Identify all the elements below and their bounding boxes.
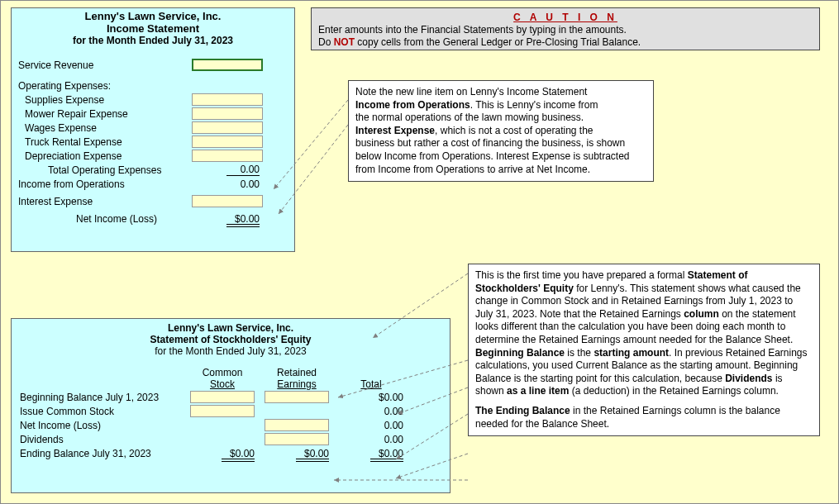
- note-income-l5: business but rather a cost of financing …: [355, 137, 646, 150]
- value-ending-retained: $0.00: [296, 448, 329, 459]
- label-income-from-operations: Income from Operations: [18, 178, 192, 190]
- label-net-income: Net Income (Loss): [18, 213, 192, 225]
- note-income-l6: below Income from Operations. Interest E…: [355, 150, 646, 164]
- caution-line2-pre: Do: [318, 36, 334, 48]
- note-stockholders-equity: This is the first time you have prepared…: [468, 264, 820, 436]
- note-income-from-operations: Note the new line item on Lenny's Income…: [348, 80, 654, 182]
- note-income-l3: the normal operations of the lawn mowing…: [355, 112, 646, 125]
- caution-line2-post: copy cells from the General Ledger or Pr…: [355, 36, 641, 48]
- input-issue-common-stock[interactable]: [190, 405, 255, 417]
- eq-company-name: Lenny's Lawn Service, Inc.: [12, 322, 450, 334]
- note-income-l1: Note the new line item on Lenny's Income…: [355, 86, 646, 99]
- is-period: for the Month Ended July 31, 2023: [12, 35, 294, 46]
- input-wages-expense[interactable]: [192, 121, 263, 134]
- input-truck-rental-expense[interactable]: [192, 136, 263, 148]
- note-income-l4b: , which is not a cost of operating the: [435, 125, 593, 136]
- equity-column-headers: Common Stock Retained Earnings Total: [20, 367, 441, 390]
- value-beginning-total: $0.00: [334, 392, 408, 403]
- row-ending-balance: Ending Balance July 31, 2023 $0.00 $0.00…: [20, 446, 441, 460]
- label-supplies-expense: Supplies Expense: [18, 94, 192, 106]
- row-beginning-balance: Beginning Balance July 1, 2023 $0.00: [20, 390, 441, 404]
- note-income-l4: Interest Expense, which is not a cost of…: [355, 125, 646, 138]
- is-company-name: Lenny's Lawn Service, Inc.: [12, 10, 294, 22]
- row-issue-common-stock: Issue Common Stock 0.00: [20, 404, 441, 418]
- input-supplies-expense[interactable]: [192, 93, 263, 106]
- is-statement-name: Income Statement: [12, 22, 294, 35]
- value-net-income: $0.00: [226, 213, 260, 225]
- input-mower-repair-expense[interactable]: [192, 107, 263, 120]
- value-net-income-total: 0.00: [334, 420, 408, 431]
- worksheet-canvas: Lenny's Lawn Service, Inc. Income Statem…: [0, 0, 839, 504]
- caution-not: NOT: [334, 36, 355, 48]
- input-beginning-common-stock[interactable]: [190, 391, 255, 403]
- value-ending-total: $0.00: [370, 448, 403, 459]
- caution-panel: C A U T I O N Enter amounts into the Fin…: [311, 7, 820, 50]
- input-net-income-retained[interactable]: [265, 419, 329, 431]
- label-beginning-balance: Beginning Balance July 1, 2023: [20, 392, 185, 403]
- label-depreciation-expense: Depreciation Expense: [18, 150, 192, 162]
- input-depreciation-expense[interactable]: [192, 150, 263, 162]
- label-total-operating-expenses: Total Operating Expenses: [18, 164, 192, 176]
- note-income-l7: from Income from Operations to arrive at…: [355, 164, 646, 177]
- ne-p1g: is the: [565, 347, 593, 359]
- col-common-stock: Common Stock: [185, 367, 260, 390]
- caution-line2: Do NOT copy cells from the General Ledge…: [318, 36, 813, 49]
- eq-period: for the Month Ended July 31, 2023: [12, 345, 450, 357]
- equity-header: Lenny's Lawn Service, Inc. Statement of …: [12, 319, 450, 357]
- input-service-revenue[interactable]: [192, 59, 263, 71]
- caution-line1: Enter amounts into the Financial Stateme…: [318, 24, 813, 36]
- ne-p1a: This is the first time you have prepared…: [475, 269, 688, 281]
- value-dividends-total: 0.00: [334, 434, 408, 445]
- label-issue-common-stock: Issue Common Stock: [20, 406, 185, 417]
- note-income-l4a: Interest Expense: [355, 125, 435, 136]
- label-wages-expense: Wages Expense: [18, 122, 192, 134]
- label-ending-balance: Ending Balance July 31, 2023: [20, 448, 185, 459]
- note-income-l2: Income from Operations. This is Lenny's …: [355, 99, 646, 112]
- income-statement-header: Lenny's Lawn Service, Inc. Income Statem…: [12, 8, 294, 46]
- ne-p1j: Dividends: [725, 373, 772, 384]
- note-income-l2b: . This is Lenny's income from: [470, 99, 598, 111]
- ne-p1m: (a deduction) in the Retained Earnings c…: [569, 385, 778, 397]
- input-interest-expense[interactable]: [192, 195, 263, 207]
- row-dividends: Dividends 0.00: [20, 432, 441, 446]
- label-service-revenue: Service Revenue: [18, 59, 192, 71]
- eq-statement-name: Statement of Stockholders' Equity: [12, 334, 450, 345]
- col-retained-earnings: Retained Earnings: [260, 367, 334, 390]
- label-operating-expenses: Operating Expenses:: [18, 80, 192, 92]
- ne-p1d: column: [684, 308, 719, 320]
- ne-p1l: as a line item: [507, 385, 569, 397]
- caution-title: C A U T I O N: [318, 12, 813, 24]
- label-interest-expense: Interest Expense: [18, 196, 192, 207]
- col-total: Total: [334, 367, 408, 390]
- ne-p2a: The Ending Balance: [475, 405, 570, 416]
- row-net-income: Net Income (Loss) 0.00: [20, 418, 441, 432]
- note-income-l2a: Income from Operations: [355, 99, 470, 111]
- stockholders-equity-panel: Lenny's Lawn Service, Inc. Statement of …: [11, 318, 450, 493]
- value-total-operating-expenses: 0.00: [226, 164, 260, 176]
- income-statement-panel: Lenny's Lawn Service, Inc. Income Statem…: [11, 7, 295, 252]
- input-beginning-retained-earnings[interactable]: [265, 391, 329, 403]
- value-issue-total: 0.00: [334, 406, 408, 417]
- label-dividends: Dividends: [20, 434, 185, 445]
- input-dividends-retained[interactable]: [265, 433, 329, 445]
- label-truck-rental-expense: Truck Rental Expense: [18, 136, 192, 148]
- value-income-from-operations: 0.00: [192, 178, 263, 190]
- ne-p1h: starting amount: [593, 347, 669, 359]
- label-mower-repair-expense: Mower Repair Expense: [18, 108, 192, 120]
- label-eq-net-income: Net Income (Loss): [20, 420, 185, 431]
- ne-p1f: Beginning Balance: [475, 347, 565, 359]
- value-ending-common: $0.00: [222, 448, 255, 459]
- note-equity-p1: This is the first time you have prepared…: [475, 269, 813, 398]
- note-equity-p2: The Ending Balance in the Retained Earni…: [475, 405, 813, 430]
